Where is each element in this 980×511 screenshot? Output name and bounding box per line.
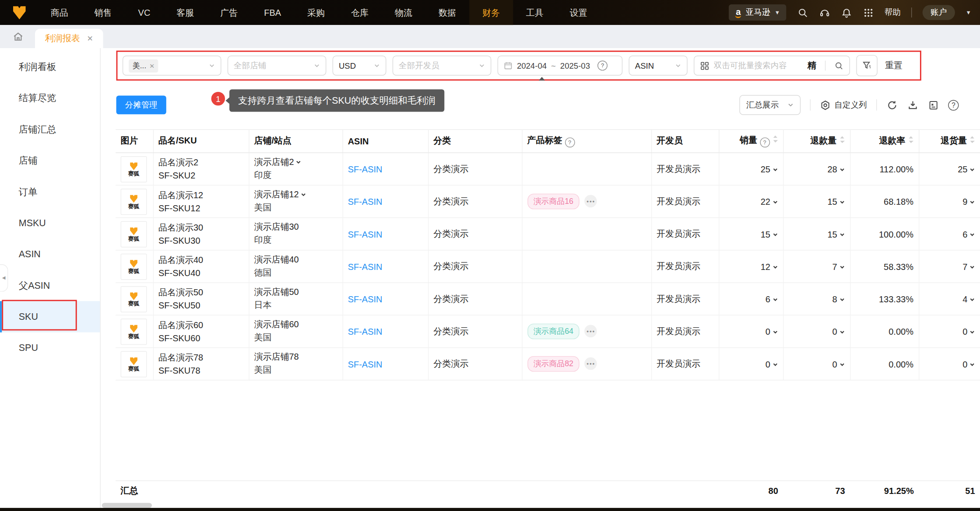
precise-search-toggle[interactable]: 精 bbox=[808, 60, 816, 71]
product-image[interactable]: 赛狐 bbox=[121, 286, 147, 312]
nav-item-1[interactable]: 销售 bbox=[81, 0, 125, 25]
report-button[interactable] bbox=[927, 99, 939, 111]
tab-profit-report[interactable]: 利润报表 ✕ bbox=[35, 29, 103, 48]
nav-item-10[interactable]: 财务 bbox=[469, 0, 513, 25]
shop-caret[interactable] bbox=[299, 189, 306, 200]
headset-icon[interactable] bbox=[819, 7, 830, 18]
sidebar-item-7[interactable]: 父ASIN bbox=[0, 270, 100, 301]
product-image[interactable]: 赛狐 bbox=[121, 189, 147, 215]
asin-link[interactable]: SF-ASIN bbox=[348, 196, 383, 206]
nav-item-11[interactable]: 工具 bbox=[513, 0, 557, 25]
currency-select[interactable]: USD bbox=[333, 56, 386, 76]
refund-caret[interactable] bbox=[837, 262, 845, 272]
asin-link[interactable]: SF-ASIN bbox=[348, 294, 383, 304]
nav-item-8[interactable]: 物流 bbox=[382, 0, 425, 25]
product-image[interactable]: 赛狐 bbox=[121, 253, 147, 280]
download-button[interactable] bbox=[907, 99, 918, 111]
sidebar-item-5[interactable]: MSKU bbox=[0, 207, 100, 238]
sidebar-collapse-handle[interactable]: ◀ bbox=[0, 264, 8, 292]
refund-caret[interactable] bbox=[837, 294, 845, 304]
shop-name[interactable]: 演示店铺30 bbox=[254, 222, 299, 232]
sales-caret[interactable] bbox=[770, 196, 778, 206]
search-icon[interactable] bbox=[797, 7, 808, 18]
nav-item-6[interactable]: 采购 bbox=[294, 0, 338, 25]
refund-caret[interactable] bbox=[837, 196, 845, 206]
account-chevron-icon[interactable]: ▼ bbox=[966, 9, 971, 15]
nav-item-5[interactable]: FBA bbox=[251, 0, 294, 25]
return-caret[interactable] bbox=[967, 359, 975, 369]
sidebar-item-4[interactable]: 订单 bbox=[0, 176, 100, 207]
sidebar-item-1[interactable]: 结算尽览 bbox=[0, 82, 100, 113]
help-icon[interactable]: ? bbox=[760, 137, 770, 147]
shop-name[interactable]: 演示店铺12 bbox=[254, 189, 299, 200]
home-button[interactable] bbox=[7, 27, 29, 46]
custom-columns-button[interactable]: 自定义列 bbox=[820, 99, 867, 111]
shop-caret[interactable] bbox=[294, 157, 302, 167]
asin-link[interactable]: SF-ASIN bbox=[348, 359, 383, 369]
sales-caret[interactable] bbox=[770, 229, 778, 239]
return-caret[interactable] bbox=[967, 294, 975, 304]
advanced-filter-button[interactable] bbox=[856, 55, 878, 77]
close-icon[interactable]: ✕ bbox=[87, 34, 93, 43]
table-help-icon[interactable]: ? bbox=[948, 100, 959, 110]
shop-select[interactable]: 全部店铺 bbox=[228, 56, 327, 76]
shop-name[interactable]: 演示店铺2 bbox=[254, 157, 294, 167]
marketplace-switcher[interactable]: a 亚马逊 ▼ bbox=[729, 4, 786, 21]
refund-caret[interactable] bbox=[837, 359, 845, 369]
asin-link[interactable]: SF-ASIN bbox=[348, 262, 383, 272]
return-caret[interactable] bbox=[967, 196, 975, 206]
asin-link[interactable]: SF-ASIN bbox=[348, 229, 383, 239]
product-image[interactable]: 赛狐 bbox=[121, 318, 147, 345]
column-header-7[interactable]: 销量? bbox=[719, 130, 783, 153]
apps-grid-icon[interactable] bbox=[863, 7, 874, 18]
nav-item-4[interactable]: 广告 bbox=[207, 0, 251, 25]
column-header-10[interactable]: 退货量 bbox=[919, 130, 980, 153]
refresh-button[interactable] bbox=[886, 99, 898, 111]
allocation-manage-button[interactable]: 分摊管理 bbox=[116, 95, 166, 114]
date-help-icon[interactable]: ? bbox=[597, 61, 608, 71]
shop-name[interactable]: 演示店铺40 bbox=[254, 254, 299, 264]
fox-logo-icon[interactable] bbox=[10, 3, 29, 22]
product-image[interactable]: 赛狐 bbox=[121, 221, 147, 247]
nav-item-0[interactable]: 商品 bbox=[38, 0, 81, 25]
tag-more-button[interactable]: ●●● bbox=[585, 357, 597, 370]
remove-tag-icon[interactable]: ✕ bbox=[149, 62, 155, 69]
column-header-9[interactable]: 退款率 bbox=[850, 130, 919, 153]
sales-caret[interactable] bbox=[770, 359, 778, 369]
help-link[interactable]: 帮助 bbox=[885, 7, 901, 18]
batch-search-input[interactable]: 双击可批量搜索内容 精 bbox=[694, 56, 850, 76]
nav-item-2[interactable]: VC bbox=[125, 0, 164, 25]
return-caret[interactable] bbox=[967, 164, 975, 174]
account-button[interactable]: 账户 bbox=[923, 5, 955, 20]
nav-item-3[interactable]: 客服 bbox=[163, 0, 207, 25]
developer-select[interactable]: 全部开发员 bbox=[393, 56, 492, 76]
shop-name[interactable]: 演示店铺50 bbox=[254, 287, 299, 297]
sidebar-item-3[interactable]: 店铺 bbox=[0, 145, 100, 176]
return-caret[interactable] bbox=[967, 262, 975, 272]
return-caret[interactable] bbox=[967, 326, 975, 336]
marketplace-select[interactable]: 美... ✕ bbox=[123, 56, 221, 76]
sidebar-item-8[interactable]: SKU bbox=[0, 301, 100, 332]
shop-name[interactable]: 演示店铺78 bbox=[254, 352, 299, 362]
return-caret[interactable] bbox=[967, 229, 975, 239]
refund-caret[interactable] bbox=[837, 326, 845, 336]
refund-caret[interactable] bbox=[837, 229, 845, 239]
sidebar-item-0[interactable]: 利润看板 bbox=[0, 51, 100, 82]
tag-more-button[interactable]: ●●● bbox=[585, 325, 597, 338]
search-type-select[interactable]: ASIN bbox=[629, 56, 687, 76]
nav-item-9[interactable]: 数据 bbox=[425, 0, 469, 25]
search-icon[interactable] bbox=[834, 61, 843, 70]
shop-name[interactable]: 演示店铺60 bbox=[254, 319, 299, 329]
product-image[interactable]: 赛狐 bbox=[121, 156, 147, 182]
bell-icon[interactable] bbox=[841, 7, 852, 18]
asin-link[interactable]: SF-ASIN bbox=[348, 326, 383, 336]
asin-link[interactable]: SF-ASIN bbox=[348, 164, 383, 174]
reset-button[interactable]: 重置 bbox=[885, 60, 903, 71]
refund-caret[interactable] bbox=[837, 164, 845, 174]
date-range-picker[interactable]: 2024-04 ~ 2025-03 ? bbox=[498, 56, 623, 76]
filter-collapse-handle[interactable] bbox=[536, 76, 548, 82]
scrollbar-thumb[interactable] bbox=[102, 503, 152, 508]
sales-caret[interactable] bbox=[770, 326, 778, 336]
sales-caret[interactable] bbox=[770, 294, 778, 304]
column-header-8[interactable]: 退款量 bbox=[783, 130, 850, 153]
